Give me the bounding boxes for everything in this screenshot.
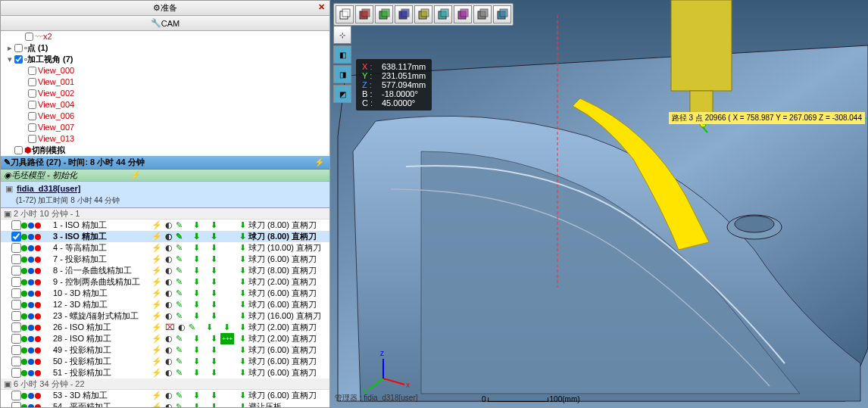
checkbox[interactable] xyxy=(28,67,36,75)
tree-item-views[interactable]: ▾ ▫ 加工视角 (7) xyxy=(1,54,329,65)
tool-arrow-icon: ⬇ xyxy=(193,333,200,344)
checkbox[interactable] xyxy=(11,288,21,298)
checkbox[interactable] xyxy=(11,277,21,287)
op-status: ⚡◐✎ ⬇ ⬇ xyxy=(151,401,239,407)
operation-row[interactable]: 10 - 3D 精加工⚡◐✎ ⬇ ⬇⬇ 球刀 (6.00) 直柄刀 xyxy=(1,288,329,299)
bottom-view-button[interactable] xyxy=(454,5,472,23)
tree-item-x2[interactable]: 〰 x2 xyxy=(1,31,329,42)
expander-icon[interactable]: ▸ xyxy=(5,42,14,54)
cube-2-button[interactable]: ◨ xyxy=(333,65,351,83)
collapse-icon[interactable]: ▣ xyxy=(4,208,11,220)
checkbox[interactable] xyxy=(11,391,21,400)
bolt-icon: ⚡ xyxy=(151,288,162,299)
stock-header[interactable]: ◉ 毛坯模型 - 初始化 ⚡ xyxy=(1,170,329,182)
checkbox[interactable] xyxy=(11,266,21,276)
checkbox[interactable] xyxy=(11,232,21,241)
op-tool: ⬇ 球刀 (10.00) 直柄刀 xyxy=(239,242,329,254)
iso-view-button[interactable] xyxy=(473,5,492,23)
operation-row[interactable]: 53 - 3D 精加工⚡◐✎ ⬇ ⬇⬇ 球刀 (6.00) 直柄刀 xyxy=(1,390,329,401)
checkbox[interactable] xyxy=(11,357,21,366)
front-view-button[interactable] xyxy=(355,5,373,23)
checkbox[interactable] xyxy=(28,78,36,86)
axes-toggle-button[interactable]: ⊹ xyxy=(333,26,351,44)
cube-3-button[interactable]: ◩ xyxy=(333,85,351,103)
top-view-button[interactable] xyxy=(434,5,452,23)
checkbox[interactable] xyxy=(28,135,36,143)
checkbox[interactable] xyxy=(14,55,23,64)
tree-item-view[interactable]: View_002 xyxy=(1,88,329,99)
checkbox[interactable] xyxy=(11,402,21,407)
operation-row[interactable]: 26 - ISO 精加工⚡⌧◐✎ ⬇ ⬇⬇ 球刀 (2.00) 直柄刀 xyxy=(1,322,329,333)
op-tool: ⬇ 球刀 (2.00) 直柄刀 xyxy=(239,322,329,333)
operation-row[interactable]: 49 - 投影精加工⚡◐✎ ⬇ ⬇⬇ 球刀 (6.00) 直柄刀 xyxy=(1,344,329,356)
scale-ruler: 0 100(mm) xyxy=(482,395,580,403)
toolpath-header[interactable]: ✎ 刀具路径 (27) - 时间: 8 小时 44 分钟 ⚡ xyxy=(1,156,329,170)
ruler-left: 0 xyxy=(482,395,486,403)
tree-item-view[interactable]: View_007 xyxy=(1,122,329,133)
panel-header: ⚙ 准备 ✕ xyxy=(1,1,329,16)
fidia-header[interactable]: ▣ fidia_d318[user] (1-72) 加工时间 8 小时 44 分… xyxy=(1,182,329,208)
checkbox[interactable] xyxy=(28,89,36,98)
operation-row[interactable]: 23 - 螺旋/辐射式精加工⚡◐✎ ⬇ ⬇⬇ 球刀 (16.00) 直柄刀 xyxy=(1,310,329,322)
target-icon: ◐ xyxy=(165,310,173,322)
operation-row[interactable]: 9 - 控制两条曲线精加工⚡◐✎ ⬇ ⬇⬇ 球刀 (2.00) 直柄刀 xyxy=(1,276,329,288)
operation-row[interactable]: 1 - ISO 精加工⚡◐✎ ⬇ ⬇⬇ 球刀 (8.00) 直柄刀 xyxy=(1,220,329,231)
tool-arrow-icon: ⬇ xyxy=(211,231,217,242)
viewport-3d[interactable]: ⊹ ◧ ◨ ◩ X :638.117mm Y :231.051mm Z :577… xyxy=(330,0,868,408)
cube-1-button[interactable]: ◧ xyxy=(333,45,351,64)
operation-row[interactable]: 7 - 投影精加工⚡◐✎ ⬇ ⬇⬇ 球刀 (6.00) 直柄刀 xyxy=(1,254,329,265)
collapse-icon[interactable]: ▣ xyxy=(4,378,11,390)
close-icon[interactable]: ✕ xyxy=(318,2,325,12)
checkbox[interactable] xyxy=(28,112,36,120)
left-view-button[interactable] xyxy=(395,5,413,23)
tree-item-view[interactable]: View_000 xyxy=(1,65,329,76)
fit-view-button[interactable] xyxy=(493,5,511,23)
home-view-button[interactable] xyxy=(336,5,354,23)
checkbox[interactable] xyxy=(28,123,36,132)
tree-item-view[interactable]: View_001 xyxy=(1,76,329,88)
target-icon: ◐ xyxy=(165,265,173,276)
operation-row[interactable]: 54 - 平面精加工⚡◐✎ ⬇ ⬇⬇ 避让压板 xyxy=(1,401,329,407)
checkbox[interactable] xyxy=(11,254,21,264)
target-icon: ◐ xyxy=(165,401,173,407)
tree-item-view[interactable]: View_006 xyxy=(1,111,329,122)
checkbox[interactable] xyxy=(11,311,21,321)
operation-row[interactable]: 51 - 投影精加工⚡◐✎ ⬇ ⬇⬇ 球刀 (6.00) 直柄刀 xyxy=(1,367,329,378)
back-view-button[interactable] xyxy=(375,5,393,23)
checkbox[interactable] xyxy=(11,334,21,344)
checkbox[interactable] xyxy=(14,44,23,52)
expander-icon[interactable]: ▾ xyxy=(5,54,14,65)
checkbox[interactable] xyxy=(11,243,21,253)
tree-container[interactable]: 〰 x2 ▸ ▫ 点 (1) ▾ ▫ 加工视角 (7) View_000View… xyxy=(1,31,329,407)
tree-item-view[interactable]: View_004 xyxy=(1,99,329,111)
operation-row[interactable]: 12 - 3D 精加工⚡◐✎ ⬇ ⬇⬇ 球刀 (6.00) 直柄刀 xyxy=(1,299,329,310)
checkbox[interactable] xyxy=(28,101,36,109)
panel-subtitle: CAM xyxy=(161,19,180,28)
toolpath-title: 刀具路径 (27) - 时间: 8 小时 44 分钟 xyxy=(11,157,145,168)
svg-text:z: z xyxy=(380,349,384,357)
operation-row[interactable]: 28 - ISO 精加工⚡◐✎ ⬇ ⬇+++⬇ 球刀 (2.00) 直柄刀 xyxy=(1,333,329,344)
time-group-2[interactable]: ▣ 6 小时 34 分钟 - 22 xyxy=(1,378,329,390)
op-name: 4 - 等高精加工 xyxy=(53,242,151,254)
time-group-1[interactable]: ▣ 2 小时 10 分钟 - 1 xyxy=(1,208,329,220)
tree-item-sim[interactable]: ⬢ 切削模拟 xyxy=(1,145,329,156)
tree-item-points[interactable]: ▸ ▫ 点 (1) xyxy=(1,42,329,54)
checkbox[interactable] xyxy=(11,368,21,378)
x-value: 638.117mm xyxy=(382,62,426,71)
right-view-button[interactable] xyxy=(414,5,432,23)
operation-row[interactable]: 50 - 投影精加工⚡◐✎ ⬇ ⬇⬇ 球刀 (6.00) 直柄刀 xyxy=(1,356,329,367)
operation-row[interactable]: 3 - ISO 精加工⚡◐✎ ⬇ ⬇⬇ 球刀 (8.00) 直柄刀 xyxy=(1,231,329,242)
checkbox[interactable] xyxy=(11,322,21,332)
checkbox[interactable] xyxy=(14,146,23,154)
checkbox[interactable] xyxy=(11,220,21,230)
checkbox[interactable] xyxy=(25,33,33,41)
pencil-icon: ✎ xyxy=(176,299,183,310)
checkbox[interactable] xyxy=(11,300,21,310)
pencil-icon: ✎ xyxy=(176,288,183,299)
operation-row[interactable]: 4 - 等高精加工⚡◐✎ ⬇ ⬇⬇ 球刀 (10.00) 直柄刀 xyxy=(1,242,329,254)
op-status: ⚡◐✎ ⬇ ⬇ xyxy=(151,367,239,378)
tree-item-view[interactable]: View_013 xyxy=(1,133,329,145)
target-icon: ◐ xyxy=(165,356,173,367)
operation-row[interactable]: 8 - 沿一条曲线精加工⚡◐✎ ⬇ ⬇⬇ 球刀 (8.00) 直柄刀 xyxy=(1,265,329,276)
checkbox[interactable] xyxy=(11,345,21,355)
